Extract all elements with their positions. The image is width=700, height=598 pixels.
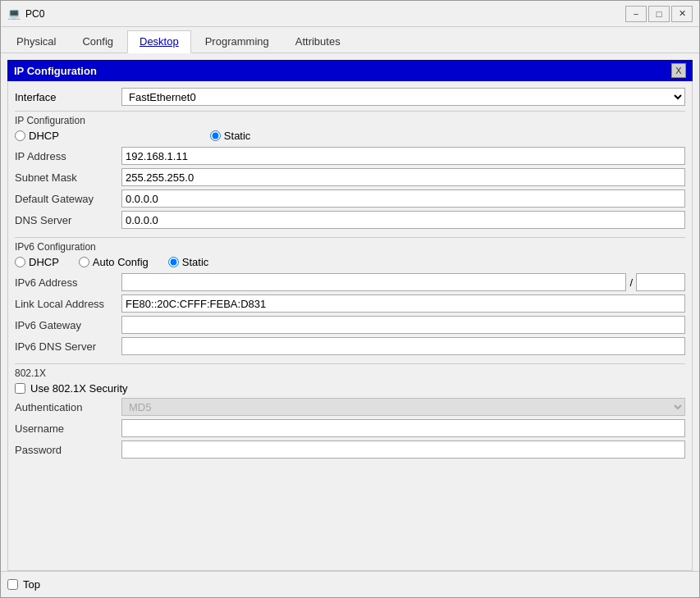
username-label: Username [15, 422, 121, 435]
ipv6-static-radio-item[interactable]: Static [168, 256, 209, 268]
ipv6-config-section: IPv6 Configuration DHCP Auto Config Stat… [15, 237, 685, 355]
content-area: IP Configuration X Interface FastEtherne… [1, 53, 699, 571]
auth-row: Authentication MD5 [15, 398, 685, 416]
maximize-button[interactable]: □ [648, 6, 670, 22]
subnet-mask-input[interactable] [121, 168, 685, 186]
ipv6-dhcp-radio-item[interactable]: DHCP [15, 256, 59, 268]
ipv6-dhcp-radio[interactable] [15, 257, 25, 267]
tab-desktop[interactable]: Desktop [127, 30, 191, 53]
ipv6-auto-radio[interactable] [79, 257, 89, 267]
top-checkbox[interactable] [7, 579, 18, 590]
ipv6-gateway-row: IPv6 Gateway [15, 316, 685, 334]
minimize-button[interactable]: − [625, 6, 647, 22]
password-row: Password [15, 441, 685, 459]
ip-dhcp-radio[interactable] [15, 130, 25, 141]
ip-dhcp-radio-item[interactable]: DHCP [15, 130, 59, 142]
ipv6-dns-input[interactable] [121, 337, 685, 355]
ipv6-mode-radio-group: DHCP Auto Config Static [15, 256, 685, 268]
ip-static-label: Static [224, 130, 251, 142]
use-dot1x-checkbox[interactable] [15, 383, 25, 394]
panel-header: IP Configuration X [7, 60, 693, 81]
dns-server-row: DNS Server [15, 211, 685, 229]
ip-config-section: IP Configuration DHCP Static IP Address [15, 111, 685, 229]
ip-mode-radio-group: DHCP Static [15, 130, 685, 142]
tab-config[interactable]: Config [70, 30, 126, 52]
main-window: 💻 PC0 − □ ✕ Physical Config Desktop Prog… [0, 0, 700, 598]
auth-select[interactable]: MD5 [121, 398, 685, 416]
interface-row: Interface FastEthernet0 [15, 88, 685, 106]
username-input[interactable] [121, 419, 685, 437]
ip-address-input[interactable] [121, 147, 685, 165]
tab-physical[interactable]: Physical [4, 30, 68, 52]
window-title: PC0 [25, 8, 625, 20]
password-label: Password [15, 444, 121, 456]
use-dot1x-label: Use 802.1X Security [30, 382, 128, 395]
ipv6-prefix-input[interactable] [636, 273, 685, 291]
ipv6-dns-label: IPv6 DNS Server [15, 340, 121, 353]
ipv6-address-label: IPv6 Address [15, 276, 121, 289]
ip-address-row: IP Address [15, 147, 685, 165]
tab-bar: Physical Config Desktop Programming Attr… [1, 27, 699, 53]
app-icon: 💻 [7, 7, 21, 21]
subnet-mask-row: Subnet Mask [15, 168, 685, 186]
subnet-mask-label: Subnet Mask [15, 171, 121, 184]
ipv6-gateway-input[interactable] [121, 316, 685, 334]
ipv6-address-input[interactable] [121, 273, 626, 291]
ipv6-static-radio[interactable] [168, 257, 179, 267]
link-local-label: Link Local Address [15, 298, 121, 310]
link-local-input[interactable] [121, 294, 685, 313]
interface-label: Interface [15, 91, 121, 103]
dot1x-section-label: 802.1X [15, 367, 685, 379]
top-checkbox-row[interactable]: Top [7, 578, 40, 591]
ip-config-label: IP Configuration [15, 115, 685, 126]
use-dot1x-row: Use 802.1X Security [15, 382, 685, 395]
ipv6-config-label: IPv6 Configuration [15, 241, 685, 253]
ipv6-auto-label: Auto Config [93, 256, 149, 268]
prefix-slash: / [629, 276, 633, 289]
title-bar: 💻 PC0 − □ ✕ [1, 1, 699, 27]
dns-server-label: DNS Server [15, 214, 121, 226]
ipv6-dhcp-label: DHCP [29, 256, 59, 268]
ipv6-address-row: IPv6 Address / [15, 273, 685, 291]
tab-programming[interactable]: Programming [193, 30, 281, 52]
ip-dhcp-label: DHCP [29, 130, 59, 142]
ip-address-label: IP Address [15, 150, 121, 162]
password-input[interactable] [121, 441, 685, 459]
interface-select[interactable]: FastEthernet0 [121, 88, 685, 106]
bottom-bar: Top [1, 571, 699, 597]
top-checkbox-label: Top [23, 578, 40, 591]
ipv6-auto-radio-item[interactable]: Auto Config [79, 256, 149, 268]
default-gateway-input[interactable] [121, 189, 685, 208]
tab-attributes[interactable]: Attributes [283, 30, 353, 52]
title-bar-controls: − □ ✕ [625, 6, 693, 22]
panel-close-button[interactable]: X [671, 63, 686, 78]
auth-label: Authentication [15, 401, 121, 413]
username-row: Username [15, 419, 685, 437]
ipv6-dns-row: IPv6 DNS Server [15, 337, 685, 355]
default-gateway-row: Default Gateway [15, 189, 685, 208]
ip-static-radio[interactable] [210, 130, 221, 141]
ip-static-radio-item[interactable]: Static [210, 130, 251, 142]
link-local-row: Link Local Address [15, 294, 685, 313]
default-gateway-label: Default Gateway [15, 193, 121, 205]
panel-title: IP Configuration [14, 65, 97, 77]
ipv6-gateway-label: IPv6 Gateway [15, 319, 121, 331]
dns-server-input[interactable] [121, 211, 685, 229]
panel-body: Interface FastEthernet0 IP Configuration… [7, 81, 693, 571]
close-button[interactable]: ✕ [671, 6, 693, 22]
ipv6-static-label: Static [182, 256, 209, 268]
dot1x-section: 802.1X Use 802.1X Security Authenticatio… [15, 363, 685, 459]
